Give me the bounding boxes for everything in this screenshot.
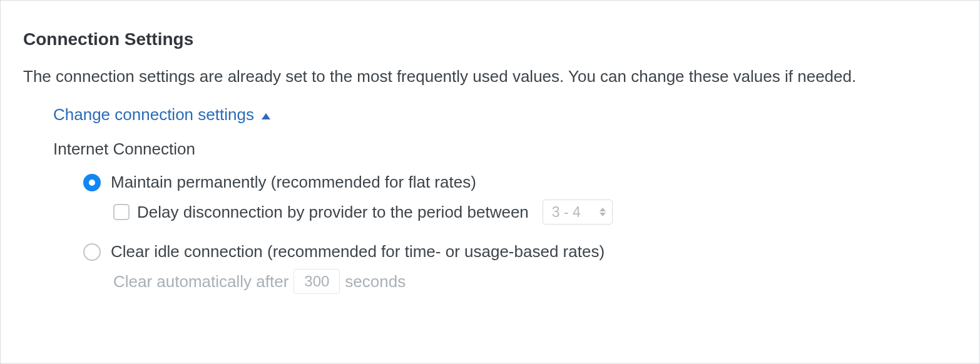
delay-disconnection-checkbox[interactable] [113,204,130,220]
clear-suffix-label: seconds [345,272,406,291]
radio-clear-idle-label: Clear idle connection (recommended for t… [111,242,605,261]
clear-seconds-input[interactable]: 300 [293,269,340,294]
radio-clear-idle[interactable] [83,243,101,261]
radio-maintain-label: Maintain permanently (recommended for fl… [111,173,476,192]
delay-period-select[interactable]: 3 - 4 [543,200,613,225]
change-connection-settings-toggle[interactable]: Change connection settings [53,105,270,124]
delay-period-value: 3 - 4 [552,204,581,221]
delay-disconnection-row: Delay disconnection by provider to the p… [113,200,957,225]
panel-title: Connection Settings [23,29,957,49]
stepper-arrows-icon [600,208,606,216]
clear-automatically-row: Clear automatically after 300 seconds [113,269,957,294]
collapse-up-icon [262,113,270,119]
radio-maintain-permanently[interactable] [83,174,101,191]
radio-row-maintain: Maintain permanently (recommended for fl… [83,173,957,192]
connection-settings-panel: Connection Settings The connection setti… [0,0,980,364]
delay-disconnection-label: Delay disconnection by provider to the p… [137,203,529,222]
toggle-label: Change connection settings [53,105,254,124]
clear-prefix-label: Clear automatically after [113,272,288,291]
internet-connection-heading: Internet Connection [53,139,957,159]
radio-row-clear-idle: Clear idle connection (recommended for t… [83,242,957,261]
panel-description: The connection settings are already set … [23,64,937,89]
